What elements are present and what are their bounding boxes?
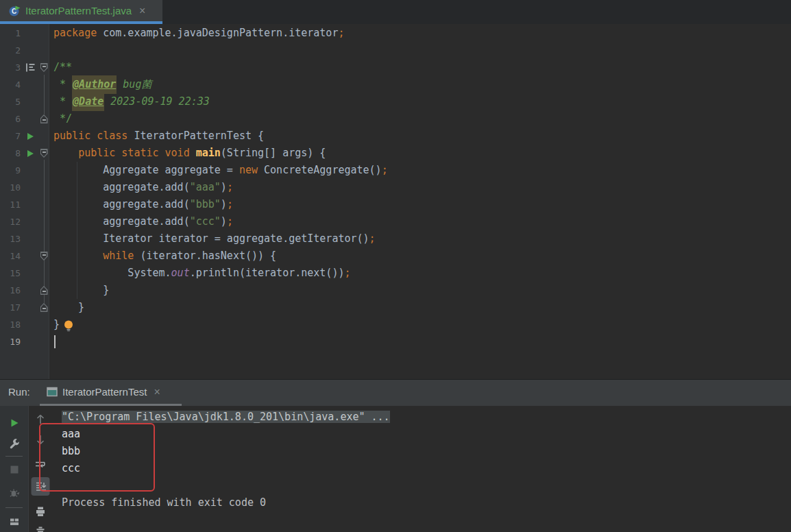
code-line-9[interactable]: 9 Aggregate aggregate = new ConcreteAggr… <box>0 162 791 179</box>
code-token: aggregate.add( <box>53 213 190 230</box>
code-token: @Date <box>72 93 104 111</box>
edit-configuration-button[interactable] <box>6 436 23 452</box>
fold-marker-close[interactable] <box>40 303 48 312</box>
code-line-16[interactable]: 16 } <box>0 282 791 299</box>
code-token: * <box>53 93 72 110</box>
gutter-fold-cell[interactable] <box>38 149 49 158</box>
close-icon[interactable]: × <box>139 5 145 16</box>
arrow-down-icon <box>35 433 46 446</box>
play-icon <box>9 418 20 428</box>
layout-icon <box>9 516 20 527</box>
code-token: aggregate.add( <box>53 179 190 196</box>
code-token: ; <box>382 162 388 179</box>
gutter-icon-cell[interactable] <box>22 132 38 141</box>
line-number: 8 <box>0 148 21 158</box>
soft-wrap-button[interactable] <box>32 457 49 473</box>
code-text: public static void main(String[] args) { <box>49 145 326 162</box>
code-line-5[interactable]: 5 * @Date 2023-09-19 22:33 <box>0 93 791 110</box>
code-token: "bbb" <box>190 196 221 213</box>
console-line <box>62 477 791 494</box>
gutter-fold-cell[interactable] <box>38 303 49 312</box>
code-line-14[interactable]: 14 while (iterator.hasNext()) { <box>0 247 791 265</box>
console-toolbar <box>29 406 51 532</box>
code-token: /** <box>53 59 72 76</box>
clear-all-button[interactable] <box>32 524 49 532</box>
line-number: 10 <box>0 182 21 193</box>
close-icon[interactable]: × <box>154 387 160 398</box>
fold-marker-open[interactable] <box>40 252 48 261</box>
down-stack-trace-button[interactable] <box>32 431 49 448</box>
code-line-2[interactable]: 2 <box>0 42 791 59</box>
code-token: ; <box>344 265 350 282</box>
code-line-3[interactable]: 3/** <box>0 59 791 76</box>
code-token: Aggregate aggregate = <box>53 162 239 179</box>
code-token: } <box>53 299 84 316</box>
code-line-13[interactable]: 13 Iterator iterator = aggregate.getIter… <box>0 230 791 247</box>
line-number: 5 <box>0 97 21 107</box>
gutter-fold-cell[interactable] <box>38 286 49 295</box>
code-token: 2023-09-19 22:33 <box>104 93 210 110</box>
code-token: public class <box>53 128 127 145</box>
code-token: System. <box>53 265 171 282</box>
code-line-7[interactable]: 7public class IteratorPatternTest { <box>0 128 791 145</box>
code-line-10[interactable]: 10 aggregate.add("aaa"); <box>0 179 791 196</box>
code-token: "ccc" <box>190 213 221 230</box>
console-text: aaa <box>62 428 80 440</box>
code-token: Iterator iterator = aggregate.getIterato… <box>53 230 369 247</box>
fold-marker-open[interactable] <box>40 149 48 158</box>
gutter-fold-cell[interactable] <box>38 252 49 261</box>
bulb-icon[interactable] <box>63 319 74 332</box>
fold-marker-close[interactable] <box>40 286 48 295</box>
code-line-6[interactable]: 6 */ <box>0 110 791 128</box>
run-tab-iteratorpatterntest[interactable]: IteratorPatternTest × <box>40 380 167 404</box>
code-line-1[interactable]: 1package com.example.javaDesignPattern.i… <box>0 25 791 42</box>
code-line-4[interactable]: 4 * @Author bug菌 <box>0 76 791 93</box>
code-text <box>49 335 56 348</box>
editor-tab-iteratorpatterntest-java[interactable]: C IteratorPatternTest.java × <box>0 0 162 21</box>
line-number: 9 <box>0 165 21 176</box>
code-line-15[interactable]: 15 System.out.println(iterator.next()); <box>0 265 791 282</box>
code-text: aggregate.add("aaa"); <box>49 179 233 196</box>
code-token: } <box>53 282 109 299</box>
code-line-17[interactable]: 17 } <box>0 299 791 316</box>
console-text: Process finished with exit code 0 <box>62 496 266 509</box>
code-editor[interactable]: 1package com.example.javaDesignPattern.i… <box>0 24 791 379</box>
code-line-8[interactable]: 8 public static void main(String[] args)… <box>0 145 791 162</box>
gutter-fold-cell[interactable] <box>38 114 49 123</box>
toolbar-separator <box>5 456 23 457</box>
code-line-18[interactable]: 18} <box>0 316 791 333</box>
console-output[interactable]: "C:\Program Files\Java\jdk1.8.0_201\bin\… <box>51 406 791 532</box>
scroll-to-end-button[interactable] <box>31 477 49 496</box>
editor-code-lines: 1package com.example.javaDesignPattern.i… <box>0 25 791 350</box>
fold-marker-open[interactable] <box>40 63 48 72</box>
code-token: new <box>239 162 258 179</box>
console-line: bbb <box>62 443 791 460</box>
rerun-button[interactable] <box>6 415 23 431</box>
run-gutter-icon <box>27 132 34 141</box>
gutter-fold-cell[interactable] <box>38 63 49 72</box>
line-number: 1 <box>0 28 21 38</box>
restore-layout-button[interactable] <box>6 513 23 530</box>
line-number: 2 <box>0 45 21 56</box>
gutter-icon-cell[interactable] <box>22 62 38 73</box>
code-line-19[interactable]: 19 <box>0 333 791 350</box>
code-token: "aaa" <box>190 179 221 196</box>
toolbar-separator <box>5 507 23 508</box>
code-token: ; <box>338 25 344 42</box>
printer-icon <box>35 506 46 517</box>
fold-marker-close[interactable] <box>40 114 48 123</box>
up-stack-trace-button[interactable] <box>32 411 49 427</box>
code-token: ) <box>221 196 227 213</box>
code-token: out <box>171 265 190 282</box>
doc-gutter-icon <box>25 62 36 73</box>
gutter-icon-cell[interactable] <box>22 149 38 158</box>
text-caret <box>54 335 56 348</box>
code-line-11[interactable]: 11 aggregate.add("bbb"); <box>0 196 791 213</box>
print-button[interactable] <box>32 503 49 520</box>
code-line-12[interactable]: 12 aggregate.add("ccc"); <box>0 213 791 230</box>
code-text: aggregate.add("ccc"); <box>49 213 233 230</box>
arrow-up-icon <box>35 413 46 426</box>
trash-icon <box>36 527 45 532</box>
code-text: } <box>49 299 84 316</box>
run-toolbar <box>0 406 29 532</box>
